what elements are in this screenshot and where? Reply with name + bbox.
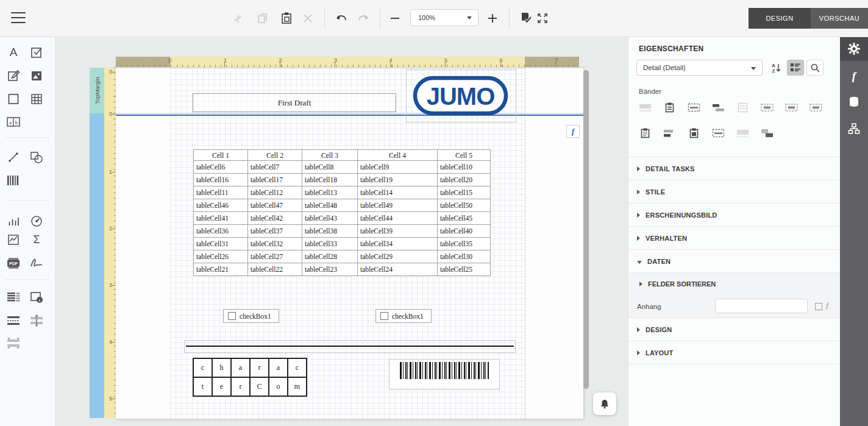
band-type-overlap-icon[interactable]	[761, 128, 774, 138]
section-design[interactable]: DESIGN	[628, 318, 841, 341]
table-cell[interactable]: tableCell33	[302, 237, 358, 250]
rich-text-component-button[interactable]	[5, 68, 21, 83]
comb-cell[interactable]: r	[230, 377, 251, 397]
comb-cell[interactable]: r	[249, 358, 269, 378]
categorize-properties-button[interactable]	[787, 60, 804, 76]
table-cell[interactable]: tableCell46	[193, 199, 248, 212]
table-cell[interactable]: tableCell18	[302, 173, 358, 186]
band-type-bars-dark-icon[interactable]	[712, 102, 725, 113]
band-tool-button[interactable]	[5, 335, 21, 351]
horizontal-line-element[interactable]	[184, 340, 516, 353]
text-component-button[interactable]: A	[5, 44, 21, 60]
search-properties-button[interactable]	[806, 60, 824, 76]
chart-component-button[interactable]	[5, 213, 21, 229]
table-cell[interactable]: tableCell48	[302, 199, 358, 212]
section-erscheinungsbild[interactable]: ERSCHEINUNGSBILD	[628, 203, 841, 226]
section-detail-tasks[interactable]: DETAIL TASKS	[628, 157, 841, 180]
design-tab[interactable]: DESIGN	[749, 8, 811, 29]
table-header-cell[interactable]: Cell 5	[437, 149, 491, 161]
report-title-textbox[interactable]: First Draft	[193, 93, 396, 112]
comb-cell[interactable]: a	[268, 358, 288, 378]
band-type-solid-light2-icon[interactable]	[736, 128, 749, 138]
comb-cell[interactable]: a	[230, 358, 251, 378]
sparkline-component-button[interactable]	[5, 232, 21, 247]
band-type-dashed-dark-icon[interactable]	[712, 128, 725, 138]
component-selector-dropdown[interactable]: Detail (Detail)	[636, 60, 763, 76]
zoom-out-button[interactable]	[387, 10, 403, 26]
delete-button[interactable]	[300, 10, 316, 26]
section-stile[interactable]: STILE	[628, 180, 841, 203]
band-type-clipboard-dark-icon[interactable]	[663, 102, 676, 113]
table-cell[interactable]: tableCell50	[437, 199, 491, 212]
checkbox-square-icon[interactable]	[228, 312, 236, 320]
table-cell[interactable]: tableCell30	[437, 250, 491, 263]
table-cell[interactable]: tableCell44	[357, 211, 438, 225]
comb-cell[interactable]: m	[287, 377, 307, 397]
report-tree-panel-button[interactable]	[840, 118, 868, 139]
anhang-input[interactable]	[715, 299, 808, 313]
checkbox-square-icon[interactable]	[380, 312, 388, 320]
undo-button[interactable]	[333, 10, 349, 26]
table-cell[interactable]: tableCell25	[437, 263, 491, 276]
barcode-component-button[interactable]	[5, 172, 21, 188]
table-cell[interactable]: tableCell45	[437, 211, 491, 225]
table-cell[interactable]: tableCell10	[437, 160, 491, 174]
vorschau-tab[interactable]: VORSCHAU	[811, 8, 868, 29]
page-info-component-button[interactable]: i	[29, 289, 44, 305]
table-cell[interactable]: tableCell36	[193, 224, 248, 238]
shape-component-button[interactable]	[29, 149, 44, 165]
table-cell[interactable]: tableCell26	[193, 250, 248, 263]
table-cell[interactable]: tableCell40	[437, 224, 491, 238]
band-strip-topmargin[interactable]: TopMargin	[90, 68, 104, 113]
barcode-element[interactable]	[389, 359, 500, 389]
table-cell[interactable]: tableCell21	[193, 263, 248, 276]
comb-cell[interactable]: e	[212, 377, 232, 397]
check-report-button[interactable]	[518, 10, 533, 26]
table-cell[interactable]: tableCell27	[247, 250, 302, 263]
table-cell[interactable]: tableCell41	[193, 211, 248, 225]
table-cell[interactable]: tableCell16	[193, 173, 248, 186]
table-cell[interactable]: tableCell34	[357, 237, 438, 250]
notifications-button[interactable]	[593, 392, 616, 415]
band-type-outline-light-icon[interactable]	[736, 102, 749, 113]
copy-button[interactable]	[255, 10, 271, 26]
band-type-dashed-wide-icon[interactable]	[809, 102, 822, 113]
image-component-button[interactable]	[29, 68, 44, 83]
band-type-dashed-wide-icon[interactable]	[785, 102, 798, 113]
panel-component-button[interactable]	[5, 91, 21, 107]
table-cell[interactable]: tableCell11	[193, 186, 248, 199]
band-strip-detail[interactable]	[90, 113, 104, 418]
redo-button[interactable]	[355, 10, 371, 26]
band-type-dashed-wide-icon[interactable]	[761, 102, 774, 113]
checkbox-element-left[interactable]: checkBox1	[223, 309, 279, 323]
gauge-component-button[interactable]	[29, 213, 44, 229]
table-cell[interactable]: tableCell42	[247, 211, 302, 225]
comb-cell[interactable]: t	[193, 377, 213, 397]
table-cell[interactable]: tableCell31	[193, 237, 248, 250]
band-type-solid-light-icon[interactable]	[639, 102, 652, 113]
table-cell[interactable]: tableCell32	[247, 237, 302, 250]
table-cell[interactable]: tableCell38	[302, 224, 358, 238]
hamburger-menu-icon[interactable]	[11, 12, 26, 23]
anhang-expression-button[interactable]: f	[826, 300, 828, 310]
character-comb-element[interactable]: characterCom	[194, 359, 307, 397]
comb-cell[interactable]: c	[193, 358, 213, 378]
data-panel-button[interactable]	[840, 91, 868, 112]
table-component-button[interactable]	[29, 91, 44, 107]
comb-cell[interactable]: C	[249, 377, 269, 397]
subreport-component-button[interactable]	[5, 289, 21, 305]
text-in-cells-component-button[interactable]: ab	[5, 114, 21, 130]
table-cell[interactable]: tableCell13	[302, 186, 358, 199]
table-cell[interactable]: tableCell15	[437, 186, 491, 199]
zoom-in-button[interactable]	[485, 10, 500, 26]
table-cell[interactable]: tableCell8	[302, 160, 358, 174]
table-cell[interactable]: tableCell9	[357, 160, 438, 174]
band-type-clipboard-fill-icon[interactable]	[688, 128, 700, 138]
section-felder-sortieren[interactable]: FELDER SORTIEREN	[628, 273, 841, 295]
table-cell[interactable]: tableCell7	[247, 160, 302, 174]
table-cell[interactable]: tableCell6	[193, 160, 248, 174]
anhang-checkbox[interactable]	[815, 303, 822, 310]
table-cell[interactable]: tableCell22	[247, 263, 302, 276]
paste-button[interactable]	[279, 10, 294, 26]
sum-component-button[interactable]: Σ	[29, 232, 44, 247]
